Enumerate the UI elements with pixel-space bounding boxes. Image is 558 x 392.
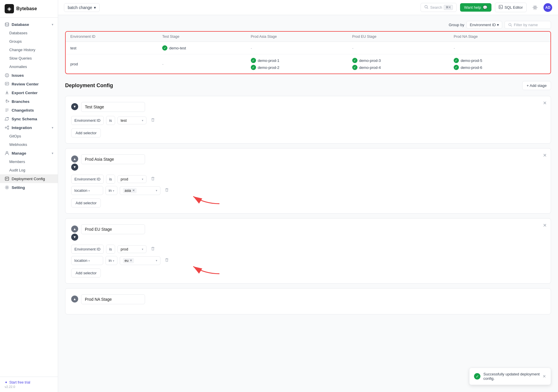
stage-close-button-asia[interactable]: ✕ [543, 153, 547, 158]
sidebar-item-review-center[interactable]: Review Center [0, 80, 58, 88]
selector-value-text: prod [121, 247, 128, 251]
group-by-bar: Group by Environment ID ▾ Filter by name [65, 21, 551, 29]
sidebar-item-slow-queries[interactable]: Slow Queries [0, 54, 58, 62]
sidebar-item-changelists[interactable]: Changelists [0, 106, 58, 114]
stage-up-button-asia[interactable]: ▲ [71, 155, 78, 162]
sidebar-item-groups[interactable]: Groups [0, 37, 58, 46]
sidebar-item-manage[interactable]: Manage ▾ [0, 149, 58, 157]
add-selector-label-eu: Add selector [76, 271, 96, 275]
logo-area: ◈ Bytebase [0, 0, 58, 18]
breadcrumb-dropdown[interactable]: batch change ▾ [64, 3, 100, 12]
toast-close-button[interactable]: ✕ [543, 374, 546, 379]
selector-row-location-eu: location ▾ in ▾ eu ✕ ▾ [71, 256, 545, 265]
selector-op-in-asia[interactable]: in ▾ [105, 186, 117, 195]
selector-row-env-asia: Environment ID is prod ▾ [71, 175, 545, 184]
selector-delete-button[interactable] [149, 116, 157, 125]
stage-close-button[interactable]: ✕ [543, 100, 547, 106]
add-selector-button-eu[interactable]: Add selector [71, 269, 101, 278]
selector-field-env-id-asia[interactable]: Environment ID [71, 175, 104, 184]
stage-arrows-test: ▼ [71, 103, 78, 110]
issues-icon [5, 73, 9, 78]
sidebar-item-audit-log[interactable]: Audit Log [0, 166, 58, 174]
sidebar-item-change-history[interactable]: Change History [0, 46, 58, 54]
settings-button[interactable] [530, 3, 540, 12]
toast-success-icon: ✓ [474, 373, 480, 380]
selector-chevron: ▾ [142, 178, 143, 181]
sidebar-item-setting[interactable]: Setting [0, 183, 58, 192]
selector-value-prod[interactable]: prod ▾ [117, 175, 146, 183]
selector-field-env-id-eu[interactable]: Environment ID [71, 245, 104, 254]
search-box[interactable]: Search ⌘K [421, 3, 457, 12]
sidebar-item-webhooks[interactable]: Webhooks [0, 140, 58, 149]
add-selector-button-asia[interactable]: Add selector [71, 198, 101, 207]
selector-value-test[interactable]: test ▾ [117, 117, 146, 124]
selector-delete-button-eu-env[interactable] [149, 245, 157, 254]
sidebar-item-integration[interactable]: Integration ▾ [0, 123, 58, 132]
stage-name-input-eu[interactable] [81, 224, 145, 234]
selector-tags-eu[interactable]: eu ✕ ▾ [120, 256, 160, 265]
stage-down-button[interactable]: ▼ [71, 103, 78, 110]
sidebar-item-databases[interactable]: Databases [0, 29, 58, 37]
setting-icon [5, 185, 9, 190]
sidebar-item-members[interactable]: Members [0, 157, 58, 166]
sidebar-item-deployment-config[interactable]: Deployment Config [0, 174, 58, 183]
selector-delete-button-eu-loc[interactable] [163, 256, 171, 265]
selector-field-env-id[interactable]: Environment ID [71, 116, 104, 125]
integration-label: Integration [12, 126, 32, 130]
sidebar-item-sync-schema[interactable]: Sync Schema [0, 114, 58, 123]
selector-field-location-asia[interactable]: location ▾ [71, 186, 103, 195]
want-help-label: Want help [464, 5, 481, 10]
selector-tags-asia[interactable]: asia ✕ ▾ [120, 186, 160, 195]
stage-name-input-asia[interactable] [81, 154, 145, 164]
tag-remove-asia[interactable]: ✕ [132, 189, 135, 192]
group-by-select[interactable]: Environment ID ▾ [466, 21, 502, 29]
sidebar-item-issues[interactable]: Issues [0, 71, 58, 80]
sidebar-item-anomalies[interactable]: Anomalies [0, 62, 58, 71]
add-stage-button[interactable]: + Add stage [522, 81, 551, 90]
filter-input[interactable]: Filter by name [505, 21, 551, 29]
avatar-initials: AD [545, 6, 550, 10]
user-avatar[interactable]: AD [543, 3, 552, 12]
table-row: prod - ✓ demo-prod-1 ✓ demo-prod-2 [66, 54, 550, 74]
group-by-value: Environment ID [470, 23, 496, 27]
sql-editor-button[interactable]: SQL Editor [495, 3, 527, 12]
sidebar-item-export-center[interactable]: Export Center [0, 88, 58, 97]
want-help-button[interactable]: Want help 💬 [460, 3, 491, 12]
sidebar-item-database[interactable]: Database ▾ [0, 20, 58, 29]
breadcrumb-chevron-icon: ▾ [94, 5, 96, 10]
stage-up-button-eu[interactable]: ▲ [71, 225, 78, 232]
check-icon: ✓ [352, 58, 357, 63]
manage-icon [5, 151, 9, 155]
stage-header-test: ▼ [71, 102, 545, 112]
sidebar-item-branches[interactable]: Branches [0, 97, 58, 106]
export-icon [5, 90, 9, 95]
stage-name-input-na[interactable] [81, 294, 145, 304]
svg-point-12 [509, 24, 511, 26]
selector-value-prod-eu[interactable]: prod ▾ [117, 245, 146, 253]
selector-op-in-eu[interactable]: in ▾ [105, 256, 117, 265]
start-trial-link[interactable]: ✦ Start free trial [5, 380, 53, 384]
stage-name-input-test[interactable] [81, 102, 145, 112]
selector-field-location-eu[interactable]: location ▾ [71, 256, 103, 265]
change-history-label: Change History [9, 48, 35, 52]
selector-delete-button-asia-loc[interactable] [163, 186, 171, 195]
stage-close-button-eu[interactable]: ✕ [543, 223, 547, 228]
chat-icon: 💬 [483, 5, 487, 10]
svg-point-6 [6, 151, 8, 153]
sidebar-item-gitops[interactable]: GitOps [0, 132, 58, 140]
branches-icon [5, 99, 9, 104]
stage-arrows-na: ▲ [71, 296, 78, 302]
stage-down-button-eu[interactable]: ▼ [71, 234, 78, 241]
selector-delete-button-asia-env[interactable] [149, 175, 157, 184]
stage-arrows-eu: ▲ ▼ [71, 225, 78, 241]
tag-remove-eu[interactable]: ✕ [130, 259, 132, 262]
add-selector-button-test[interactable]: Add selector [71, 128, 101, 137]
selector-value-text: test [121, 118, 127, 123]
stage-up-button-na[interactable]: ▲ [71, 296, 78, 302]
manage-label: Manage [12, 151, 26, 155]
prod-eu-test: - [348, 42, 449, 54]
stage-down-button-asia[interactable]: ▼ [71, 164, 78, 171]
trial-icon: ✦ [5, 380, 8, 384]
database-icon [5, 22, 9, 27]
search-placeholder: Search [430, 5, 442, 10]
